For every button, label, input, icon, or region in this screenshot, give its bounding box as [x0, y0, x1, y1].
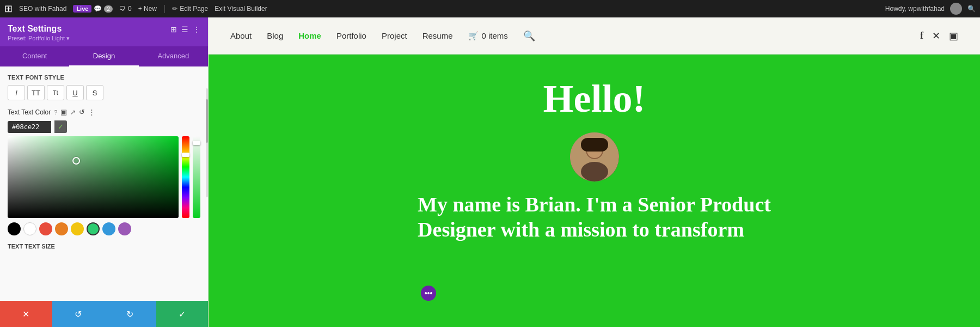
color-dots-icon[interactable]: ⋮ — [88, 108, 95, 116]
desktop-icon[interactable]: ▣ — [60, 108, 67, 116]
wp-logo[interactable]: ⊞ — [4, 3, 13, 15]
panel-title-area: Text Settings Preset: Portfolio Light ▾ — [8, 24, 70, 42]
comments-count: 2 — [104, 5, 113, 13]
hex-input[interactable] — [8, 121, 51, 133]
tab-content[interactable]: Content — [0, 46, 69, 66]
new-label: + New — [138, 5, 157, 13]
color-gradient-canvas[interactable] — [8, 136, 179, 218]
new-item[interactable]: + New — [138, 5, 157, 13]
strikethrough-btn[interactable]: S — [86, 85, 103, 100]
nav-project[interactable]: Project — [382, 31, 407, 40]
tt-btn-1[interactable]: TT — [27, 85, 45, 100]
preset-label-text: Preset: Portfolio Light — [8, 35, 65, 41]
italic-btn[interactable]: I — [8, 85, 25, 100]
link-icon[interactable]: ↗ — [70, 108, 76, 116]
alpha-slider[interactable] — [193, 136, 200, 218]
howdy-text: Howdy, wpwithfahad — [885, 5, 945, 13]
swatch-black[interactable] — [8, 222, 21, 235]
swatch-blue[interactable] — [102, 222, 115, 235]
pencil-icon: ✏ — [172, 5, 177, 13]
underline-btn[interactable]: U — [66, 85, 84, 100]
svg-point-2 — [581, 162, 608, 181]
live-badge-item[interactable]: Live 💬 2 — [73, 5, 113, 13]
hue-slider[interactable] — [182, 136, 189, 218]
nav-links: About Blog Home Portfolio Project Resume… — [230, 30, 535, 42]
admin-avatar — [950, 3, 962, 15]
columns-icon[interactable]: ☰ — [181, 25, 188, 34]
swatch-white[interactable] — [23, 222, 36, 235]
more-options-icon[interactable]: ⋮ — [193, 25, 200, 34]
context-menu-dot[interactable]: ••• — [421, 286, 436, 301]
main-container: Text Settings Preset: Portfolio Light ▾ … — [0, 17, 980, 327]
swatch-purple[interactable] — [118, 222, 131, 235]
resize-icon[interactable]: ⊞ — [170, 25, 177, 34]
panel-header: Text Settings Preset: Portfolio Light ▾ … — [0, 17, 208, 46]
hero-avatar-image — [570, 132, 619, 181]
exit-builder-item[interactable]: Exit Visual Builder — [215, 5, 267, 13]
exit-builder-label: Exit Visual Builder — [215, 5, 267, 13]
site-name-text: SEO with Fahad — [19, 5, 66, 13]
panel-actions: ✕ ↺ ↻ ✓ — [0, 301, 208, 327]
nav-right: f ✕ ▣ — [920, 30, 958, 42]
hex-confirm-btn[interactable]: ✓ — [54, 120, 67, 133]
edit-page-item[interactable]: ✏ Edit Page — [172, 5, 208, 13]
page-content: About Blog Home Portfolio Project Resume… — [209, 17, 980, 327]
color-section-label: Text Text Color — [8, 108, 51, 116]
nav-search-icon[interactable]: 🔍 — [523, 30, 535, 42]
undo-icon[interactable]: ↺ — [79, 108, 85, 116]
nav-home[interactable]: Home — [298, 31, 321, 40]
font-style-row: I TT Tt U S — [8, 85, 200, 100]
hero-area: Hello! My name is Brian. I'm a Senior Pr… — [209, 55, 980, 253]
twitter-icon[interactable]: ✕ — [932, 30, 940, 42]
instagram-icon[interactable]: ▣ — [949, 30, 958, 42]
preset-arrow-icon[interactable]: ▾ — [66, 35, 70, 41]
help-icon[interactable]: ? — [54, 109, 57, 116]
hero-title: Hello! — [543, 76, 646, 122]
nav-blog[interactable]: Blog — [267, 31, 283, 40]
font-style-label: Text Font Style — [8, 74, 200, 81]
context-dots-icon: ••• — [425, 289, 433, 298]
svg-rect-4 — [581, 138, 608, 152]
facebook-icon[interactable]: f — [920, 30, 923, 41]
panel-tabs: Content Design Advanced — [0, 46, 208, 66]
redo-button[interactable]: ↻ — [104, 301, 156, 327]
swatch-orange[interactable] — [55, 222, 68, 235]
sep-1: | — [163, 4, 166, 14]
avatar-svg — [570, 132, 619, 181]
color-swatches — [8, 222, 200, 235]
tab-advanced[interactable]: Advanced — [139, 46, 208, 66]
color-row: Text Text Color ? ▣ ↗ ↺ ⋮ — [8, 108, 200, 116]
nav-cart[interactable]: 🛒 0 items — [468, 31, 508, 41]
nav-resume[interactable]: Resume — [422, 31, 453, 40]
hero-avatar — [570, 132, 619, 181]
cart-count: 0 items — [482, 31, 508, 40]
swatch-yellow[interactable] — [71, 222, 84, 235]
cart-icon: 🛒 — [468, 31, 479, 41]
admin-bar-right: Howdy, wpwithfahad 🔍 — [885, 3, 976, 15]
tab-design[interactable]: Design — [69, 46, 138, 66]
cancel-button[interactable]: ✕ — [0, 301, 52, 327]
tt-btn-2[interactable]: Tt — [47, 85, 64, 100]
scroll-indicator — [206, 88, 208, 197]
admin-search-icon[interactable]: 🔍 — [967, 5, 976, 13]
nav-portfolio[interactable]: Portfolio — [336, 31, 366, 40]
edit-page-label: Edit Page — [180, 5, 208, 13]
confirm-button[interactable]: ✓ — [156, 301, 209, 327]
font-style-section: Text Font Style I TT Tt U S — [8, 74, 200, 100]
comment-item[interactable]: 🗨 0 — [119, 5, 132, 13]
swatch-red[interactable] — [39, 222, 52, 235]
site-nav: About Blog Home Portfolio Project Resume… — [209, 17, 980, 55]
hex-row: ✓ — [8, 120, 200, 133]
live-badge: Live — [73, 5, 91, 13]
nav-about[interactable]: About — [230, 31, 252, 40]
admin-bar: ⊞ SEO with Fahad Live 💬 2 🗨 0 + New | ✏ … — [0, 0, 980, 17]
hero-text: My name is Brian. I'm a Senior Product D… — [418, 192, 771, 242]
color-section: Text Text Color ? ▣ ↗ ↺ ⋮ ✓ — [8, 108, 200, 235]
swatch-green[interactable] — [87, 222, 100, 235]
sidebar-panel: Text Settings Preset: Portfolio Light ▾ … — [0, 17, 209, 327]
gradient-cursor — [72, 157, 80, 165]
reset-button[interactable]: ↺ — [52, 301, 105, 327]
alpha-thumb — [193, 141, 200, 145]
site-name-item[interactable]: SEO with Fahad — [19, 5, 66, 13]
color-gradient-wrapper — [8, 136, 200, 218]
